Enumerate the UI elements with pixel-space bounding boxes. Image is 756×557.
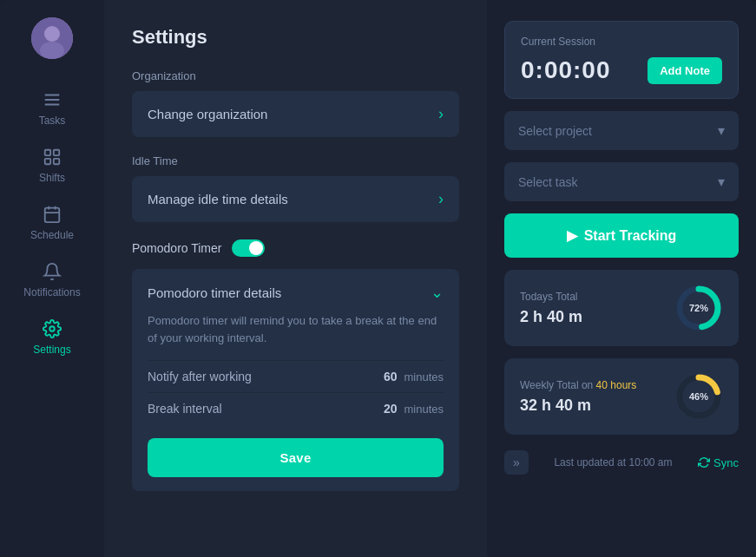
session-label: Current Session	[521, 36, 722, 48]
svg-rect-6	[45, 150, 50, 155]
session-time-row: 0:00:00 Add Note	[521, 56, 722, 84]
pomodoro-card-title: Pomodoro timer details	[148, 285, 281, 300]
sync-button[interactable]: Sync	[698, 456, 739, 469]
sync-icon	[698, 456, 710, 469]
sidebar-item-schedule-label: Schedule	[30, 229, 74, 241]
chevron-right-icon-2: ›	[438, 190, 444, 208]
select-project-label: Select project	[518, 124, 592, 138]
start-tracking-button[interactable]: ▶ Start Tracking	[504, 213, 739, 258]
fast-forward-button[interactable]: »	[504, 450, 529, 475]
sidebar: Tasks Shifts Schedule	[0, 0, 104, 557]
pomodoro-header[interactable]: Pomodoro timer details ⌄	[148, 283, 444, 302]
right-footer: » Last updated at 10:00 am Sync	[504, 447, 739, 475]
page-title: Settings	[132, 26, 459, 49]
sidebar-item-tasks-label: Tasks	[39, 115, 66, 127]
change-organization-row[interactable]: Change organization ›	[132, 91, 459, 137]
svg-point-1	[44, 26, 60, 42]
right-panel: Current Session 0:00:00 Add Note Select …	[487, 0, 756, 557]
todays-total-card: Todays Total 2 h 40 m 72%	[504, 270, 739, 346]
pomodoro-title: Pomodoro Timer	[132, 241, 221, 255]
change-organization-text: Change organization	[148, 107, 267, 121]
last-updated-text: Last updated at 10:00 am	[536, 456, 691, 469]
svg-rect-7	[54, 150, 59, 155]
select-task-arrow-icon: ▾	[718, 174, 725, 190]
select-project-dropdown[interactable]: Select project ▾	[504, 111, 739, 150]
main-content: Settings Organization Change organizatio…	[104, 0, 487, 557]
break-interval-row: Break interval 20 minutes	[148, 392, 444, 424]
break-interval-label: Break interval	[148, 402, 384, 416]
save-button[interactable]: Save	[148, 438, 444, 477]
start-tracking-label: Start Tracking	[584, 228, 677, 244]
toggle-knob	[249, 241, 263, 255]
idle-time-label: Idle Time	[132, 154, 459, 167]
sidebar-item-tasks[interactable]: Tasks	[0, 80, 104, 137]
avatar[interactable]	[31, 17, 73, 59]
pomodoro-description: Pomodoro timer will remind you to take a…	[148, 312, 444, 346]
svg-point-2	[40, 42, 64, 59]
todays-donut-chart: 72%	[674, 284, 723, 332]
notify-after-label: Notify after working	[148, 370, 384, 383]
weekly-value: 32 h 40 m	[520, 396, 636, 415]
break-value: 20	[384, 402, 398, 416]
break-unit: minutes	[404, 403, 444, 416]
sidebar-item-settings-label: Settings	[33, 344, 70, 356]
sidebar-item-schedule[interactable]: Schedule	[0, 194, 104, 252]
select-task-label: Select task	[518, 175, 577, 189]
manage-idle-time-row[interactable]: Manage idle time details ›	[132, 176, 459, 222]
sync-label: Sync	[713, 456, 739, 469]
manage-idle-time-text: Manage idle time details	[148, 192, 288, 206]
chevron-down-icon: ⌄	[431, 283, 444, 302]
todays-total-label: Todays Total	[520, 291, 582, 303]
sidebar-item-shifts-label: Shifts	[39, 172, 65, 184]
organization-label: Organization	[132, 69, 459, 82]
add-note-button[interactable]: Add Note	[648, 57, 722, 84]
play-icon: ▶	[567, 227, 577, 244]
weekly-label: Weekly Total on 40 hours	[520, 379, 636, 391]
chevron-right-icon: ›	[438, 105, 444, 123]
sidebar-item-settings[interactable]: Settings	[0, 309, 104, 366]
svg-rect-10	[45, 208, 60, 222]
weekly-hours: 40 hours	[596, 379, 637, 391]
select-project-arrow-icon: ▾	[718, 122, 725, 139]
pomodoro-toggle[interactable]	[232, 239, 265, 257]
session-time: 0:00:00	[521, 56, 611, 84]
svg-point-14	[49, 326, 55, 331]
sidebar-item-notifications[interactable]: Notifications	[0, 252, 104, 309]
select-task-dropdown[interactable]: Select task ▾	[504, 162, 739, 201]
pomodoro-section-header: Pomodoro Timer	[132, 239, 459, 257]
notify-value: 60	[384, 370, 398, 383]
sidebar-item-notifications-label: Notifications	[23, 286, 80, 298]
sidebar-item-shifts[interactable]: Shifts	[0, 137, 104, 194]
todays-value: 2 h 40 m	[520, 308, 582, 326]
notify-unit: minutes	[404, 370, 444, 383]
pomodoro-card: Pomodoro timer details ⌄ Pomodoro timer …	[132, 269, 459, 491]
notify-after-row: Notify after working 60 minutes	[148, 360, 444, 392]
svg-rect-9	[54, 159, 59, 164]
session-card: Current Session 0:00:00 Add Note	[504, 21, 739, 99]
todays-percent: 72%	[689, 303, 708, 313]
weekly-donut-chart: 46%	[674, 372, 723, 421]
weekly-percent: 46%	[689, 391, 708, 402]
weekly-total-card: Weekly Total on 40 hours 32 h 40 m 46%	[504, 358, 739, 435]
svg-rect-8	[45, 159, 50, 164]
